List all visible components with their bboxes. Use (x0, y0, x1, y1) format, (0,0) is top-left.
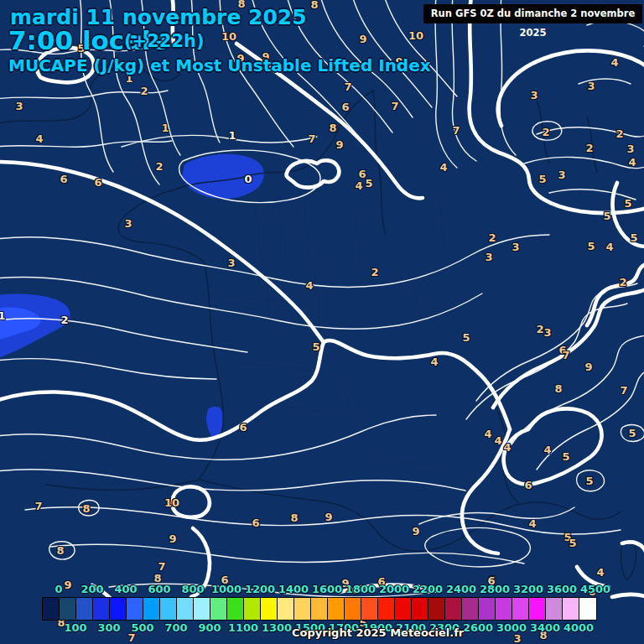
scale-cell (479, 598, 496, 620)
scale-value-label: 100 (64, 621, 86, 634)
contour-value-label: 3 (587, 80, 595, 92)
contour-value-label: 5 (603, 210, 610, 222)
scale-value-label: 1400 (278, 583, 309, 595)
scale-cell (160, 598, 177, 620)
contour-value-label: 10 (408, 29, 423, 42)
scale-cell (546, 598, 563, 620)
scale-cell (563, 598, 579, 620)
contour-value-label: 5 (312, 340, 319, 353)
contour-value-label: 6 (524, 479, 532, 491)
scale-cell (462, 598, 479, 620)
contour-value-label: 5 (630, 231, 637, 244)
parameter-subtitle: MUCAPE (J/kg) et Most Unstable Lifted In… (8, 57, 431, 74)
scale-value-label: 4500 (580, 583, 610, 595)
contour-value-label: 5 (587, 240, 595, 252)
scale-value-label: 1100 (228, 621, 258, 634)
scale-cell (194, 598, 210, 620)
scale-value-label: 2800 (480, 583, 510, 595)
forecast-offset: (+222h) (124, 33, 205, 50)
scale-cell (445, 598, 462, 620)
scale-cell (177, 598, 194, 620)
contour-value-label: 7 (308, 132, 315, 145)
scale-value-label: 1000 (211, 583, 242, 595)
model-run-info: Run GFS 0Z du dimanche 2 novembre 2025 (423, 4, 642, 23)
contour-value-label: 6 (252, 517, 259, 529)
contour-value-label: 7 (620, 384, 627, 397)
scale-value-label: 900 (198, 621, 221, 634)
scale-cell (110, 598, 127, 620)
contour-value-label: 7 (158, 560, 165, 573)
contour-value-label: 7 (452, 124, 460, 137)
contour-value-label: 4 (605, 241, 613, 253)
contour-value-label: 3 (626, 143, 634, 155)
scale-cell (412, 598, 428, 620)
scale-cell (127, 598, 143, 620)
contour-value-label: 4 (503, 441, 511, 454)
scale-value-label: 2600 (463, 621, 493, 634)
scale-cell (311, 598, 328, 620)
contour-value-label: 7 (391, 100, 398, 112)
scale-value-label: 3200 (513, 583, 543, 595)
scale-cell (529, 598, 546, 620)
contour-value-label: 4 (439, 161, 447, 174)
scale-cell (395, 598, 412, 620)
scale-cell (76, 598, 93, 620)
contour-value-label: 8 (310, 0, 318, 11)
scale-cell (60, 598, 76, 620)
scale-value-label: 1800 (345, 583, 376, 595)
scale-value-label: 2000 (379, 583, 409, 595)
scale-cell (43, 598, 60, 620)
scale-value-label: 0 (55, 583, 62, 595)
scale-value-label: 3600 (547, 583, 577, 595)
contour-value-label: 2 (536, 323, 543, 335)
contour-value-label: 1 (228, 129, 236, 142)
contour-value-label: 5 (585, 475, 593, 487)
contour-value-label: 10 (164, 496, 179, 509)
scale-cell (579, 598, 596, 620)
contour-value-label: 7 (34, 500, 42, 512)
contour-value-label: 3 (558, 169, 565, 181)
contour-value-label: 9 (584, 361, 592, 373)
scale-value-label: 1300 (262, 621, 292, 634)
contour-value-label: 5 (624, 197, 631, 210)
contour-value-label: 8 (82, 502, 90, 515)
contour-value-label: 5 (462, 331, 470, 344)
contour-value-label: 2 (619, 276, 626, 288)
contour-value-label: 6 (341, 101, 349, 113)
weather-map-screenshot: 8881099541234121066391097678797465443322… (0, 0, 644, 644)
contour-value-label: 3 (485, 251, 492, 263)
contour-value-label: 1 (0, 309, 6, 322)
contour-value-label: 9 (169, 532, 176, 545)
contour-value-label: 5 (365, 177, 372, 190)
contour-value-label: 7 (562, 349, 569, 361)
contour-value-label: 2 (488, 231, 496, 244)
contour-value-label: 3 (124, 217, 132, 230)
contour-value-label: 8 (329, 122, 336, 134)
contour-value-label: 7 (344, 80, 351, 93)
contour-value-label: 10 (221, 30, 236, 43)
contour-value-label: 9 (359, 33, 366, 45)
contour-value-label: 4 (305, 279, 313, 292)
contour-value-label: 4 (35, 132, 43, 145)
map-svg (0, 0, 644, 644)
scale-value-label: 300 (97, 621, 120, 634)
contour-value-label: 8 (56, 544, 64, 557)
scale-cell (93, 598, 110, 620)
contour-value-label: 9 (64, 579, 71, 591)
contour-value-label: 6 (239, 421, 247, 434)
scale-value-label: 800 (181, 583, 204, 595)
scale-value-label: 600 (148, 583, 170, 595)
contour-value-label: 4 (610, 56, 618, 69)
scale-value-label: 200 (80, 583, 103, 595)
scale-cell (227, 598, 244, 620)
scale-value-label: 500 (131, 621, 153, 634)
contour-value-label: 9 (412, 525, 419, 538)
contour-value-label: 5 (628, 427, 636, 439)
contour-value-label: 1 (161, 122, 169, 134)
contour-value-label: 2 (155, 160, 163, 173)
scale-value-label: 700 (164, 621, 187, 634)
contour-value-label: 5 (569, 537, 576, 549)
contour-value-label: 4 (628, 156, 636, 169)
contour-value-label: 5 (538, 173, 546, 185)
contour-value-label: 2 (140, 85, 148, 97)
